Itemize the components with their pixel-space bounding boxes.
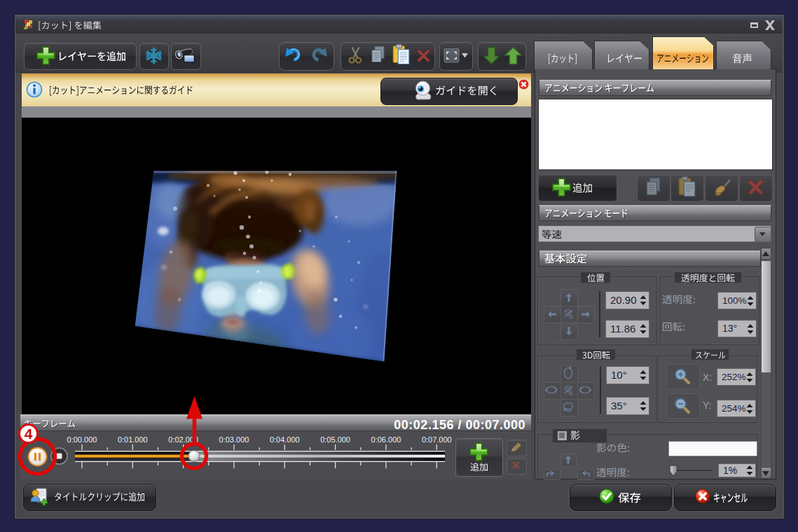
svg-text:4: 4 xyxy=(25,426,33,442)
